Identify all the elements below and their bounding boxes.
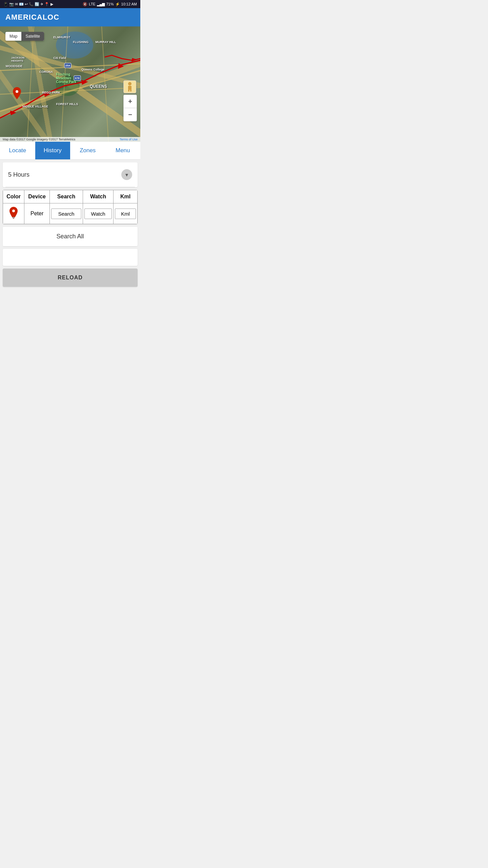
status-right: 🔇 LTE ▂▄▆ 71% ⚡ 10:12 AM: [83, 2, 137, 6]
col-header-search: Search: [50, 190, 83, 203]
reload-button-container: RELOAD: [3, 269, 138, 287]
svg-point-0: [56, 32, 93, 59]
zoom-out-button[interactable]: −: [124, 108, 137, 121]
search-cell[interactable]: Search: [50, 203, 83, 224]
table-row: Peter Search Watch Kml: [3, 203, 138, 224]
battery-icon: ⚡: [115, 2, 120, 6]
table-body: Peter Search Watch Kml: [3, 203, 138, 224]
chevron-down-icon: ▾: [125, 172, 128, 178]
map-toggle[interactable]: Map Satellite: [5, 32, 44, 41]
terms-of-use[interactable]: Terms of Use: [120, 138, 138, 141]
tab-zones[interactable]: Zones: [70, 142, 105, 159]
svg-point-18: [128, 82, 131, 85]
map-controls[interactable]: + −: [123, 80, 137, 121]
device-color-cell: [3, 203, 24, 224]
tab-menu[interactable]: Menu: [105, 142, 141, 159]
table-header: Color Device Search Watch Kml: [3, 190, 138, 203]
search-button[interactable]: Search: [51, 209, 81, 219]
svg-rect-20: [128, 90, 129, 92]
device-name-cell: Peter: [24, 203, 50, 224]
person-icon: [126, 82, 134, 92]
zoom-in-button[interactable]: +: [124, 95, 137, 108]
col-header-color: Color: [3, 190, 24, 203]
col-header-device: Device: [24, 190, 50, 203]
kml-cell[interactable]: Kml: [114, 203, 138, 224]
dropdown-inner: 5 Hours ▾: [3, 162, 138, 187]
dropdown-arrow-button[interactable]: ▾: [121, 169, 132, 180]
tab-history[interactable]: History: [35, 142, 70, 159]
map-view-button[interactable]: Map: [5, 32, 21, 41]
app-header: AMERICALOC: [0, 8, 140, 26]
empty-space: [3, 249, 138, 266]
tab-locate[interactable]: Locate: [0, 142, 35, 159]
reload-button[interactable]: RELOAD: [3, 269, 138, 287]
search-all-button[interactable]: Search All: [3, 227, 138, 246]
status-icons: 📱 📷 ✉ 📧 ↩ 📞 🔄 ✈ 📍 ▶: [3, 2, 53, 6]
red-pin-icon: [9, 207, 18, 219]
map-background: 678 25A Map Satellite ELMHURST FLUSHING …: [0, 26, 140, 142]
map-data-credit: Map data ©2017 Google Imagery ©2017 Terr…: [3, 138, 75, 141]
col-header-watch: Watch: [83, 190, 114, 203]
svg-text:678: 678: [75, 77, 80, 80]
app-title: AMERICALOC: [5, 13, 59, 22]
notification-icons: 📱 📷 ✉ 📧 ↩ 📞 🔄 ✈ 📍 ▶: [3, 2, 53, 6]
content-area: 5 Hours ▾ Color Device Search Watch Kml: [0, 160, 140, 292]
watch-cell[interactable]: Watch: [83, 203, 114, 224]
svg-rect-21: [130, 90, 131, 92]
signal-bars: ▂▄▆: [97, 2, 105, 6]
dropdown-divider: [5, 187, 135, 187]
table-header-row: Color Device Search Watch Kml: [3, 190, 138, 203]
watch-button[interactable]: Watch: [84, 209, 112, 219]
satellite-view-button[interactable]: Satellite: [21, 32, 44, 41]
map-attribution: Map data ©2017 Google Imagery ©2017 Terr…: [0, 137, 140, 142]
search-all-card: Search All: [3, 227, 138, 246]
time-display: 10:12 AM: [121, 2, 137, 6]
device-table: Color Device Search Watch Kml: [3, 190, 138, 224]
hours-label: 5 Hours: [8, 171, 29, 178]
svg-point-13: [16, 90, 18, 93]
map-route-svg: 678 25A: [0, 26, 140, 142]
kml-button[interactable]: Kml: [115, 209, 136, 219]
zoom-controls[interactable]: + −: [123, 95, 137, 121]
hours-dropdown-card: 5 Hours ▾: [3, 162, 138, 187]
bluetooth-icon: 🔇: [83, 2, 87, 6]
svg-point-22: [12, 210, 15, 212]
nav-tabs: Locate History Zones Menu: [0, 142, 140, 160]
street-view-button[interactable]: [123, 80, 136, 93]
device-table-card: Color Device Search Watch Kml: [3, 190, 138, 224]
battery-level: 71%: [106, 2, 114, 6]
svg-rect-19: [128, 86, 131, 90]
svg-text:25A: 25A: [65, 64, 70, 67]
map-container[interactable]: 678 25A Map Satellite ELMHURST FLUSHING …: [0, 26, 140, 142]
svg-line-4: [27, 26, 34, 142]
svg-line-6: [102, 26, 108, 142]
signal-label: LTE: [89, 2, 95, 6]
status-bar: 📱 📷 ✉ 📧 ↩ 📞 🔄 ✈ 📍 ▶ 🔇 LTE ▂▄▆ 71% ⚡ 10:1…: [0, 0, 140, 8]
col-header-kml: Kml: [114, 190, 138, 203]
